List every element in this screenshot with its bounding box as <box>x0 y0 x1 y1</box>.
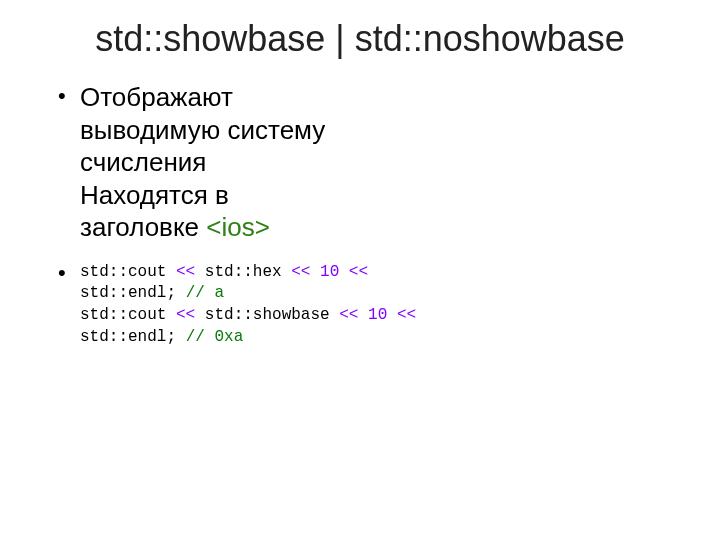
code-text <box>339 263 349 281</box>
list-item: std::cout << std::hex << 10 << std::endl… <box>58 258 690 348</box>
slide: std::showbase | std::noshowbase Отобража… <box>0 0 720 540</box>
code-comment: // a <box>186 284 224 302</box>
code-text: std::cout <box>80 306 176 324</box>
code-line: std::cout << std::hex << 10 << <box>80 262 690 284</box>
code-text: std::hex <box>195 263 291 281</box>
bullet-line: заголовке <box>80 212 206 242</box>
bullet-list: Отображают выводимую систему счисления Н… <box>30 81 690 348</box>
code-operator: << <box>397 306 416 324</box>
code-text: std::endl; <box>80 284 186 302</box>
bullet-line: Находятся в <box>80 180 229 210</box>
code-operator: << <box>349 263 368 281</box>
code-operator: << <box>176 306 195 324</box>
bullet-line: Отображают <box>80 82 233 112</box>
bullet-line: счисления <box>80 147 206 177</box>
code-text <box>358 306 368 324</box>
list-item: Отображают выводимую систему счисления Н… <box>58 81 690 244</box>
code-text: std::endl; <box>80 328 186 346</box>
code-number: 10 <box>368 306 387 324</box>
code-operator: << <box>291 263 310 281</box>
code-line: std::endl; // 0xa <box>80 327 690 349</box>
code-number: 10 <box>320 263 339 281</box>
code-operator: << <box>339 306 358 324</box>
page-title: std::showbase | std::noshowbase <box>30 18 690 59</box>
code-block: std::cout << std::hex << 10 << std::endl… <box>80 258 690 348</box>
code-text <box>387 306 397 324</box>
code-text <box>310 263 320 281</box>
code-text: std::showbase <box>195 306 339 324</box>
bullet-line: выводимую систему <box>80 115 325 145</box>
code-operator: << <box>176 263 195 281</box>
code-text: std::cout <box>80 263 176 281</box>
code-comment: // 0xa <box>186 328 244 346</box>
code-line: std::endl; // a <box>80 283 690 305</box>
code-line: std::cout << std::showbase << 10 << <box>80 305 690 327</box>
ios-header-tag: <ios> <box>206 212 270 242</box>
